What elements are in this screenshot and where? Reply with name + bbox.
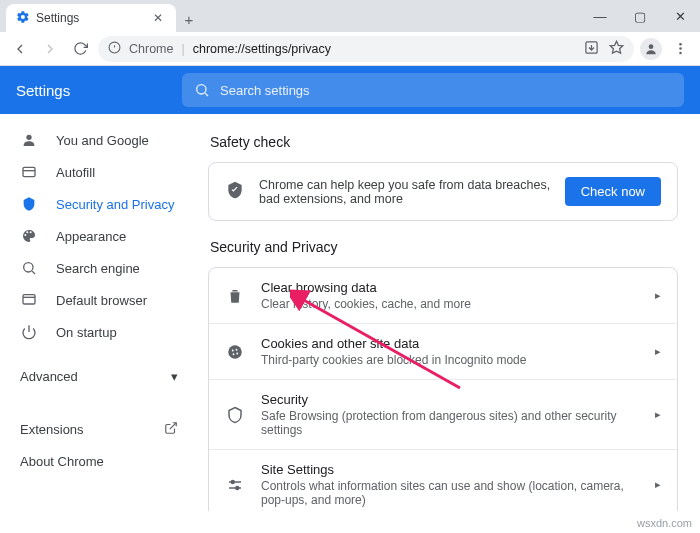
cookie-icon [225, 343, 245, 361]
forward-button[interactable] [38, 37, 62, 61]
svg-point-8 [679, 52, 682, 55]
search-icon [20, 260, 38, 276]
chevron-right-icon: ▸ [655, 408, 661, 421]
sidebar-label: Search engine [56, 261, 140, 276]
row-title: Site Settings [261, 462, 639, 477]
install-icon[interactable] [584, 40, 599, 58]
row-sub: Clear history, cookies, cache, and more [261, 297, 639, 311]
search-icon [194, 82, 210, 98]
svg-point-28 [236, 486, 239, 489]
profile-avatar[interactable] [640, 38, 662, 60]
window-minimize-button[interactable]: — [580, 0, 620, 32]
svg-point-23 [233, 353, 235, 355]
settings-sidebar: You and Google Autofill Security and Pri… [0, 114, 198, 511]
palette-icon [20, 228, 38, 244]
sidebar-label: Security and Privacy [56, 197, 175, 212]
sidebar-label: Autofill [56, 165, 95, 180]
sidebar-about-chrome[interactable]: About Chrome [0, 445, 198, 477]
settings-header: Settings [0, 66, 700, 114]
menu-button[interactable] [668, 37, 692, 61]
reload-button[interactable] [68, 37, 92, 61]
sidebar-label: You and Google [56, 133, 149, 148]
svg-point-21 [232, 349, 234, 351]
section-title-privacy: Security and Privacy [210, 239, 678, 255]
row-sub: Third-party cookies are blocked in Incog… [261, 353, 639, 367]
trash-icon [225, 287, 245, 305]
privacy-list: Clear browsing data Clear history, cooki… [208, 267, 678, 511]
close-tab-icon[interactable]: ✕ [150, 11, 166, 25]
svg-point-6 [679, 43, 682, 46]
sidebar-item-appearance[interactable]: Appearance [0, 220, 198, 252]
safety-check-card: Chrome can help keep you safe from data … [208, 162, 678, 221]
sidebar-item-security-privacy[interactable]: Security and Privacy [0, 188, 198, 220]
window-maximize-button[interactable]: ▢ [620, 0, 660, 32]
svg-point-22 [236, 348, 238, 350]
svg-rect-12 [23, 167, 35, 176]
address-bar[interactable]: Chrome | chrome://settings/privacy [98, 36, 634, 62]
advanced-label: Advanced [20, 369, 78, 384]
bookmark-icon[interactable] [609, 40, 624, 58]
browser-toolbar: Chrome | chrome://settings/privacy [0, 32, 700, 66]
sidebar-label: Appearance [56, 229, 126, 244]
autofill-icon [20, 164, 38, 180]
sidebar-label: On startup [56, 325, 117, 340]
sidebar-item-autofill[interactable]: Autofill [0, 156, 198, 188]
svg-line-15 [32, 271, 35, 274]
sidebar-advanced[interactable]: Advanced ▾ [0, 356, 198, 396]
svg-point-5 [649, 44, 654, 49]
extensions-label: Extensions [20, 422, 84, 437]
svg-line-10 [205, 93, 208, 96]
svg-point-14 [24, 263, 33, 272]
new-tab-button[interactable]: + [176, 6, 202, 32]
svg-point-27 [231, 480, 234, 483]
browser-tab[interactable]: Settings ✕ [6, 4, 176, 32]
settings-title: Settings [16, 82, 182, 99]
power-icon [20, 324, 38, 340]
svg-line-19 [170, 422, 176, 428]
row-title: Clear browsing data [261, 280, 639, 295]
row-site-settings[interactable]: Site Settings Controls what information … [209, 450, 677, 511]
row-clear-browsing-data[interactable]: Clear browsing data Clear history, cooki… [209, 268, 677, 324]
row-title: Security [261, 392, 639, 407]
omnibox-sep: | [181, 42, 184, 56]
row-security[interactable]: Security Safe Browsing (protection from … [209, 380, 677, 450]
chevron-right-icon: ▸ [655, 289, 661, 302]
window-titlebar: Settings ✕ + — ▢ ✕ [0, 0, 700, 32]
check-now-button[interactable]: Check now [565, 177, 661, 206]
row-title: Cookies and other site data [261, 336, 639, 351]
safety-desc: Chrome can help keep you safe from data … [259, 178, 551, 206]
sidebar-label: Default browser [56, 293, 147, 308]
svg-point-20 [228, 345, 242, 359]
row-cookies[interactable]: Cookies and other site data Third-party … [209, 324, 677, 380]
sidebar-item-on-startup[interactable]: On startup [0, 316, 198, 348]
svg-rect-16 [23, 295, 35, 304]
section-title-safety: Safety check [210, 134, 678, 150]
tab-title: Settings [36, 11, 79, 25]
window-controls: — ▢ ✕ [580, 0, 700, 32]
shield-icon [225, 180, 245, 203]
sidebar-item-search-engine[interactable]: Search engine [0, 252, 198, 284]
omnibox-origin: Chrome [129, 42, 173, 56]
external-link-icon [164, 421, 178, 438]
sidebar-item-default-browser[interactable]: Default browser [0, 284, 198, 316]
gear-icon [16, 10, 30, 27]
security-icon [225, 406, 245, 424]
shield-icon [20, 196, 38, 212]
window-close-button[interactable]: ✕ [660, 0, 700, 32]
settings-search-input[interactable] [220, 83, 672, 98]
sidebar-item-you-and-google[interactable]: You and Google [0, 124, 198, 156]
settings-search[interactable] [182, 73, 684, 107]
svg-point-9 [197, 85, 206, 94]
sidebar-extensions[interactable]: Extensions [0, 413, 198, 445]
chevron-right-icon: ▸ [655, 478, 661, 491]
watermark: wsxdn.com [637, 517, 692, 529]
back-button[interactable] [8, 37, 32, 61]
svg-point-24 [236, 352, 238, 354]
sliders-icon [225, 476, 245, 494]
about-label: About Chrome [20, 454, 104, 469]
site-info-icon[interactable] [108, 41, 121, 57]
svg-marker-4 [610, 41, 623, 53]
settings-main: Safety check Chrome can help keep you sa… [198, 114, 700, 511]
omnibox-url: chrome://settings/privacy [193, 42, 331, 56]
person-icon [20, 132, 38, 148]
